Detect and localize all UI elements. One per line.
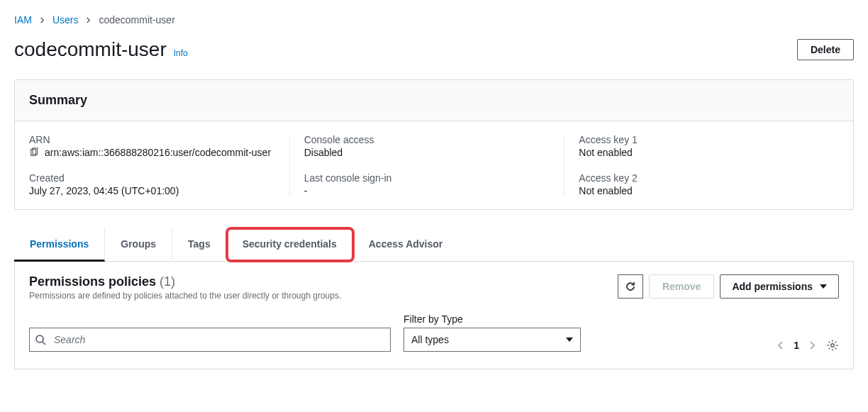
info-link[interactable]: Info	[174, 48, 188, 58]
add-permissions-label: Add permissions	[732, 281, 813, 292]
last-signin-label: Last console sign-in	[304, 172, 550, 184]
filter-type-select[interactable]: All types	[404, 328, 581, 352]
add-permissions-button[interactable]: Add permissions	[720, 274, 839, 299]
last-signin-value: -	[304, 185, 550, 196]
filter-label: Filter by Type	[404, 313, 581, 325]
permissions-actions: Remove Add permissions	[618, 274, 839, 299]
svg-point-4	[831, 344, 835, 347]
access-key-1-label: Access key 1	[579, 134, 825, 145]
chevron-right-icon	[85, 17, 91, 23]
chevron-right-icon	[809, 340, 816, 350]
page-title-text: codecommit-user	[14, 38, 167, 61]
refresh-button[interactable]	[618, 274, 643, 299]
console-access-value: Disabled	[304, 147, 550, 158]
copy-icon[interactable]	[29, 147, 39, 157]
permissions-title: Permissions policies (1)	[29, 274, 175, 289]
summary-header: Summary	[15, 80, 853, 121]
breadcrumb-current: codecommit-user	[99, 14, 174, 26]
breadcrumb: IAM Users codecommit-user	[14, 14, 854, 26]
filter-by-type: Filter by Type All types	[404, 313, 581, 352]
settings-button[interactable]	[826, 339, 839, 352]
tabs: Permissions Groups Tags Security credent…	[14, 228, 854, 262]
tab-access-advisor[interactable]: Access Advisor	[353, 228, 459, 261]
access-key-2-label: Access key 2	[579, 172, 825, 184]
arn-value: arn:aws:iam::366888280216:user/codecommi…	[45, 147, 271, 158]
filter-row: Filter by Type All types 1	[29, 313, 839, 352]
search-icon	[35, 334, 46, 345]
arn-label: ARN	[29, 134, 275, 145]
page-next[interactable]	[809, 340, 816, 350]
refresh-icon	[625, 281, 636, 292]
chevron-right-icon	[39, 17, 45, 23]
page-title-row: codecommit-user Info Delete	[14, 38, 854, 61]
console-access-label: Console access	[304, 134, 550, 145]
breadcrumb-iam[interactable]: IAM	[14, 14, 32, 26]
tab-tags[interactable]: Tags	[172, 228, 227, 261]
caret-down-icon	[566, 338, 573, 342]
breadcrumb-users[interactable]: Users	[52, 14, 79, 26]
caret-down-icon	[820, 284, 827, 289]
created-label: Created	[29, 172, 275, 184]
summary-body: ARN arn:aws:iam::366888280216:user/codec…	[15, 121, 853, 209]
page-prev[interactable]	[777, 340, 784, 350]
page-number: 1	[794, 340, 799, 351]
delete-button[interactable]: Delete	[797, 39, 854, 60]
tab-groups[interactable]: Groups	[105, 228, 172, 261]
permissions-panel: Permissions policies (1) Permissions are…	[14, 262, 854, 369]
remove-button[interactable]: Remove	[649, 274, 714, 299]
tab-security-credentials[interactable]: Security credentials	[227, 228, 353, 261]
gear-icon	[826, 339, 839, 352]
summary-col-1: ARN arn:aws:iam::366888280216:user/codec…	[29, 134, 289, 196]
summary-panel: Summary ARN arn:aws:iam::366888280216:us…	[14, 79, 854, 210]
page-title: codecommit-user Info	[14, 38, 188, 61]
chevron-left-icon	[777, 340, 784, 350]
svg-point-2	[36, 335, 43, 343]
summary-col-3: Access key 1 Not enabled Access key 2 No…	[564, 134, 839, 196]
created-value: July 27, 2023, 04:45 (UTC+01:00)	[29, 185, 275, 196]
permissions-title-block: Permissions policies (1) Permissions are…	[29, 274, 341, 301]
filter-selected-value: All types	[411, 334, 449, 345]
pagination: 1	[777, 339, 839, 352]
access-key-1-value: Not enabled	[579, 147, 825, 158]
summary-col-2: Console access Disabled Last console sig…	[289, 134, 564, 196]
permissions-title-text: Permissions policies	[29, 274, 156, 289]
tab-permissions[interactable]: Permissions	[14, 228, 105, 262]
search-input[interactable]	[29, 328, 391, 352]
summary-title: Summary	[29, 93, 839, 108]
permissions-count: (1)	[160, 274, 175, 289]
permissions-description: Permissions are defined by policies atta…	[29, 291, 341, 301]
access-key-2-value: Not enabled	[579, 185, 825, 196]
search-wrap	[29, 328, 391, 352]
svg-line-3	[43, 342, 45, 345]
